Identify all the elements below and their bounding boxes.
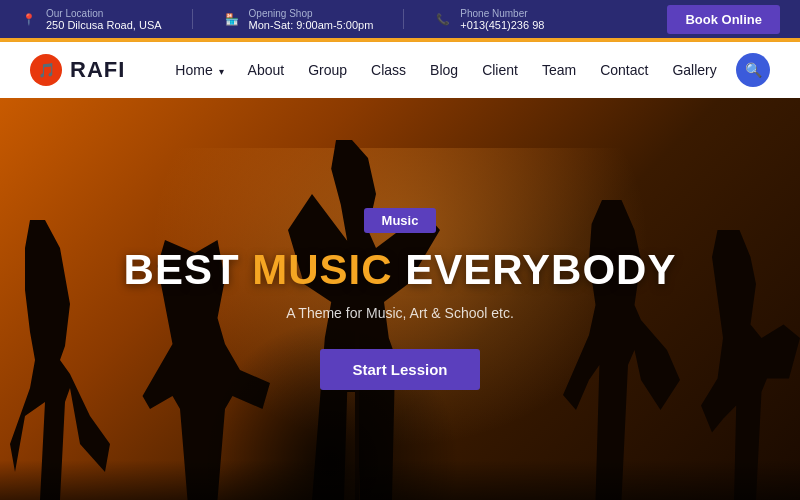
hero-title-part1: BEST [124,246,253,293]
nav-client[interactable]: Client [472,56,528,84]
hero-section: Music BEST MUSIC EVERYBODY A Theme for M… [0,98,800,500]
nav-class[interactable]: Class [361,56,416,84]
nav-gallery[interactable]: Gallery [662,56,726,84]
book-online-button[interactable]: Book Online [667,5,780,34]
phone-info: 📞 Phone Number +013(451)236 98 [434,8,544,31]
hero-title-highlight: MUSIC [252,246,392,293]
nav-contact[interactable]: Contact [590,56,658,84]
nav-team[interactable]: Team [532,56,586,84]
opening-info: 🏪 Opening Shop Mon-Sat: 9:00am-5:00pm [223,8,374,31]
logo-icon: 🎵 [30,54,62,86]
phone-icon: 📞 [434,10,452,28]
hero-content: Music BEST MUSIC EVERYBODY A Theme for M… [0,98,800,500]
search-icon: 🔍 [745,62,762,78]
phone-value: +013(451)236 98 [460,19,544,31]
opening-value: Mon-Sat: 9:00am-5:00pm [249,19,374,31]
search-button[interactable]: 🔍 [736,53,770,87]
nav-home[interactable]: Home ▾ [165,56,233,84]
divider-2 [403,9,404,29]
hero-subtitle: A Theme for Music, Art & School etc. [286,305,514,321]
location-info: 📍 Our Location 250 Dilcusa Road, USA [20,8,162,31]
opening-label: Opening Shop [249,8,374,19]
logo-text: RAFI [70,57,125,83]
hero-badge: Music [364,208,437,233]
nav-links: Home ▾ About Group Class Blog Client Tea… [165,56,728,84]
chevron-down-icon: ▾ [219,66,224,77]
logo[interactable]: 🎵 RAFI [30,54,125,86]
location-icon: 📍 [20,10,38,28]
start-lesson-button[interactable]: Start Lession [320,349,479,390]
location-value: 250 Dilcusa Road, USA [46,19,162,31]
navbar: 🎵 RAFI Home ▾ About Group Class Blog Cli… [0,42,800,98]
nav-about[interactable]: About [238,56,295,84]
shop-icon: 🏪 [223,10,241,28]
divider-1 [192,9,193,29]
location-label: Our Location [46,8,162,19]
hero-title-part2: EVERYBODY [393,246,677,293]
nav-blog[interactable]: Blog [420,56,468,84]
hero-title: BEST MUSIC EVERYBODY [124,247,677,293]
top-bar: 📍 Our Location 250 Dilcusa Road, USA 🏪 O… [0,0,800,38]
nav-group[interactable]: Group [298,56,357,84]
phone-label: Phone Number [460,8,544,19]
